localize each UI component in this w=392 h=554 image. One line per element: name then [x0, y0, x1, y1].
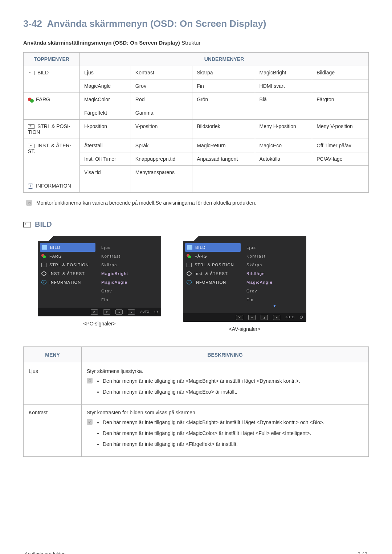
osd-item: Skärpa [98, 260, 161, 269]
col-header-undermenyer: UNDERMENYER [80, 53, 369, 66]
osd-item: MagicBright [98, 269, 161, 278]
desc-bullet: Den här menyn är inte tillgänglig när <M… [103, 430, 324, 437]
desc-meny-ljus: Ljus [24, 363, 82, 405]
cell: Off Timer på/av [312, 139, 369, 152]
cell: Anpassad tangent [192, 152, 255, 166]
osd-screenshot-pc: BILD FÄRG STRL & POSITION INST. & ÅTERST… [38, 236, 161, 316]
osd-screenshot-av: BILD FÄRG STRL & POSITION Inst. & ÅTERST… [183, 236, 306, 322]
cell: Gamma [131, 106, 192, 120]
osd-item: Kontrast [98, 252, 161, 260]
info-icon: i [41, 280, 46, 284]
osd-item: Bildläge [243, 269, 306, 278]
settings-icon [187, 271, 192, 276]
close-icon: ✕ [91, 309, 98, 315]
osd-sidebar-inst: Inst. & ÅTERST. [183, 269, 243, 278]
right-icon: ▸ [128, 309, 135, 315]
osd-item: MagicAngle [98, 278, 161, 287]
info-icon [28, 184, 33, 189]
osd-sidebar-strl: STRL & POSITION [38, 260, 98, 269]
desc-bullet: Den här menyn är inte tillgänglig när <F… [103, 441, 324, 448]
cell: Knappupprepn.tid [131, 152, 192, 166]
chevron-down-icon: ▼ [243, 304, 306, 309]
osd-item: Grov [98, 287, 161, 295]
osd-footer: ✕ ▾ ▴ ▸ AUTO ⏻ [183, 313, 306, 322]
picture-icon [23, 222, 31, 227]
cell: Inst. Off Timer [80, 152, 131, 166]
osd-item: Ljus [98, 243, 161, 252]
cell: Meny H-position [255, 120, 312, 139]
cell: Menytransparens [131, 166, 192, 179]
cell [192, 179, 255, 193]
note: ⊘ Monitorfunktionerna kan variera beroen… [26, 200, 369, 206]
cell [312, 106, 369, 120]
cell: Blå [255, 93, 312, 106]
desc-intro: Styr skärmens ljusstyrka. [87, 368, 363, 374]
cell [255, 179, 312, 193]
note-icon: ⊘ [87, 419, 93, 425]
osd-sidebar-bild: BILD [185, 243, 241, 252]
osd-caption-av: <AV-signaler> [183, 326, 306, 332]
osd-sidebar-bild: BILD [40, 243, 95, 252]
osd-sidebar-strl: STRL & POSITION [183, 260, 243, 269]
osd-item: Kontrast [243, 252, 306, 260]
cell: Meny V-position [312, 120, 369, 139]
cell: Visa tid [80, 166, 131, 179]
desc-meny-kontrast: Kontrast [24, 405, 82, 457]
osd-sidebar-info: iINFORMATION [38, 278, 98, 287]
osd-item: Fin [243, 295, 306, 304]
desc-bullet: Den här menyn är inte tillgänglig när <M… [103, 378, 300, 385]
topmenu-bild: BILD [24, 66, 80, 93]
col-header-topmenyer: TOPPMENYER [24, 53, 80, 66]
cell [312, 79, 369, 93]
cell [255, 166, 312, 179]
cell: Färgton [312, 93, 369, 106]
osd-item: Ljus [243, 243, 306, 252]
cell: Röd [131, 93, 192, 106]
cell [80, 179, 131, 193]
footer-right: 3-42 [358, 551, 367, 554]
right-icon: ▸ [273, 315, 280, 320]
cell [192, 106, 255, 120]
cell: V-position [131, 120, 192, 139]
osd-item: Fin [98, 295, 161, 304]
cell: Bildläge [312, 66, 369, 79]
cell [131, 179, 192, 193]
cell: MagicEco [255, 139, 312, 152]
color-icon [41, 254, 46, 258]
cell [192, 166, 255, 179]
picture-icon [42, 245, 47, 250]
auto-label: AUTO [140, 309, 149, 315]
note-icon: ⊘ [26, 200, 32, 206]
topmenu-farg: FÄRG [24, 93, 80, 120]
cell: Återställ [80, 139, 131, 152]
note-icon: ⊘ [87, 378, 93, 383]
desc-bullet: Den här menyn är inte tillgänglig när <M… [103, 389, 300, 396]
color-icon [187, 254, 192, 258]
cell: Autokälla [255, 152, 312, 166]
osd-caption-pc: <PC-signaler> [38, 321, 161, 327]
description-table: MENY BESKRIVNING Ljus Styr skärmens ljus… [23, 346, 369, 457]
note-text: Monitorfunktionerna kan variera beroende… [36, 200, 256, 206]
topmenu-inst: INST. & ÅTER­ST. [24, 139, 80, 179]
color-icon [28, 98, 34, 102]
section-title-bild: BILD [23, 220, 369, 229]
page-title: 3-42 Använda skärmmenyn (OSD: On Screen … [23, 18, 369, 29]
desc-intro: Styr kontrasten för bilden som visas på … [87, 410, 363, 415]
cell: MagicAngle [80, 79, 131, 93]
down-icon: ▾ [103, 309, 110, 315]
picture-icon [187, 245, 192, 250]
close-icon: ✕ [236, 315, 243, 320]
cell [312, 179, 369, 193]
position-icon [187, 263, 192, 267]
cell: Ljus [80, 66, 131, 79]
info-icon: i [187, 280, 192, 284]
cell: Skärpa [192, 66, 255, 79]
footer-left: Använda produkten [25, 551, 66, 554]
col-header-meny: MENY [24, 347, 82, 363]
osd-sidebar-farg: FÄRG [38, 252, 98, 260]
settings-icon [28, 144, 34, 148]
osd-item: Grov [243, 287, 306, 295]
osd-structure-table: TOPPMENYER UNDERMENYER BILD Ljus Kontras… [23, 52, 369, 193]
power-icon: ⏻ [154, 309, 158, 315]
cell: MagicColor [80, 93, 131, 106]
